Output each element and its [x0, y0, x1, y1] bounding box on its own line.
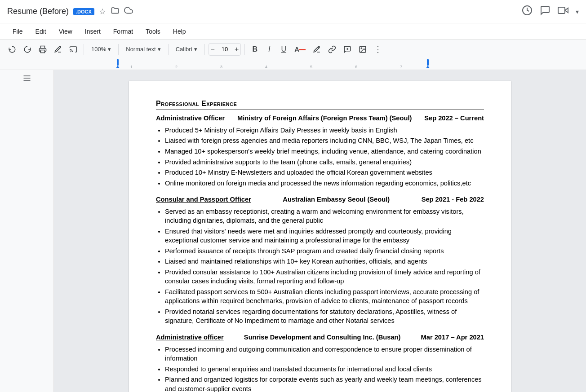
folder-icon[interactable]: [111, 6, 120, 17]
bullet-1-4: Provided administrative supports to the …: [165, 158, 484, 167]
job-row-3: Administrative officer Sunrise Developme…: [156, 333, 484, 342]
bullet-2-2: Ensured that visitors' needs were met an…: [165, 227, 484, 245]
bullet-2-4: Liaised and maintained relationships wit…: [165, 257, 484, 266]
print-button[interactable]: [36, 42, 49, 57]
docx-badge: .DOCX: [73, 8, 94, 15]
comment-icon[interactable]: [540, 5, 550, 18]
insert-image-button[interactable]: [356, 42, 369, 57]
underline-button[interactable]: U: [277, 42, 290, 57]
italic-button[interactable]: I: [263, 42, 275, 57]
bullet-list-2: Served as an embassy receptionist, creat…: [165, 207, 484, 326]
divider-5: [244, 44, 245, 55]
outline-toggle-icon[interactable]: [22, 74, 31, 85]
divider-1: [84, 44, 84, 55]
bullet-3-1: Processed incoming and outgoing communic…: [165, 345, 484, 363]
bold-button[interactable]: B: [249, 42, 261, 57]
section-header-professional-experience: Professional Experience: [156, 99, 484, 110]
font-size-input[interactable]: [217, 46, 233, 53]
zoom-select[interactable]: 100% ▾: [88, 42, 115, 57]
menu-view[interactable]: View: [53, 26, 78, 37]
professional-experience-section: Professional Experience Administrative O…: [156, 99, 484, 392]
paint-format-button[interactable]: [67, 42, 80, 57]
font-size-plus[interactable]: +: [233, 44, 240, 54]
menu-file[interactable]: File: [7, 26, 28, 37]
divider-3: [168, 44, 169, 55]
document-page[interactable]: Professional Experience Administrative O…: [129, 81, 511, 392]
font-size-control: − +: [209, 43, 241, 56]
job-entry-1: Administrative Officer Ministry of Forei…: [156, 114, 484, 188]
job-entry-2: Consular and Passport Officer Australian…: [156, 195, 484, 326]
job-company-3: Sunrise Development and Consulting Inc. …: [244, 333, 401, 342]
star-icon[interactable]: ☆: [99, 7, 106, 17]
bullet-2-6: Facilitated passport services to 500+ Au…: [165, 287, 484, 306]
divider-4: [204, 44, 205, 55]
job-title-3: Administrative officer: [156, 333, 224, 342]
left-panel: [0, 70, 54, 392]
title-left: Resume (Before) .DOCX ☆: [7, 6, 133, 17]
svg-text:1: 1: [130, 65, 133, 69]
svg-text:3: 3: [220, 65, 222, 69]
bullet-1-5: Produced 10+ Minstry E-Newsletters and u…: [165, 168, 484, 177]
svg-point-9: [361, 48, 362, 48]
svg-rect-2: [558, 7, 565, 13]
style-select[interactable]: Normal text ▾: [122, 42, 164, 57]
job-company-2: Australian Embassy Seoul (Seoul): [283, 195, 390, 204]
link-button[interactable]: [325, 42, 339, 57]
bullet-list-3: Processed incoming and outgoing communic…: [165, 345, 484, 392]
bullet-2-7: Provided notarial services regarding doc…: [165, 307, 484, 326]
highlight-button[interactable]: [310, 42, 324, 57]
spell-check-button[interactable]: [51, 42, 65, 57]
font-arrow: ▾: [194, 46, 197, 53]
style-arrow: ▾: [158, 46, 161, 53]
menu-format[interactable]: Format: [108, 26, 138, 37]
svg-marker-20: [426, 66, 430, 68]
svg-line-5: [318, 47, 319, 48]
video-icon[interactable]: [558, 5, 568, 18]
svg-rect-19: [427, 59, 429, 66]
svg-text:4: 4: [265, 65, 267, 69]
font-select[interactable]: Calibri ▾: [172, 42, 201, 57]
menu-edit[interactable]: Edit: [30, 26, 52, 37]
bullet-3-2: Responded to general enquiries and trans…: [165, 365, 484, 374]
ruler-content: 1 2 3 4 5 6 7: [54, 59, 586, 70]
video-dropdown[interactable]: ▾: [576, 8, 579, 15]
job-dates-2: Sep 2021 - Feb 2022: [422, 195, 484, 204]
section-heading-text: Professional Experience: [156, 100, 237, 107]
font-size-minus[interactable]: −: [209, 44, 217, 54]
svg-marker-1: [565, 8, 568, 13]
bullet-list-1: Produced 5+ Ministry of Foreign Affairs …: [165, 126, 484, 188]
editor-container: Professional Experience Administrative O…: [0, 70, 586, 392]
bullet-1-2: Liaised with foreign press agencies and …: [165, 136, 484, 145]
job-company-1: Ministry of Foreign Affairs (Foreign Pre…: [237, 114, 412, 123]
svg-text:7: 7: [400, 65, 402, 69]
svg-marker-18: [116, 66, 120, 68]
ruler: 1 2 3 4 5 6 7: [0, 59, 586, 70]
menu-help[interactable]: Help: [168, 26, 191, 37]
job-row-1: Administrative Officer Ministry of Forei…: [156, 114, 484, 123]
menu-insert[interactable]: Insert: [80, 26, 106, 37]
job-title-1: Administrative Officer: [156, 114, 225, 123]
redo-button[interactable]: [21, 42, 34, 57]
title-bar: Resume (Before) .DOCX ☆ ▾: [0, 0, 586, 23]
history-icon[interactable]: [522, 5, 533, 18]
title-right: ▾: [522, 5, 579, 18]
add-comment-button[interactable]: [341, 42, 354, 57]
undo-button[interactable]: [5, 42, 19, 57]
zoom-value: 100%: [91, 46, 106, 53]
doc-title: Resume (Before): [7, 7, 69, 16]
font-color-button[interactable]: A: [292, 42, 308, 57]
job-dates-3: Mar 2017 – Apr 2021: [421, 333, 484, 342]
svg-rect-17: [117, 59, 119, 66]
style-value: Normal text: [126, 46, 155, 53]
svg-text:5: 5: [310, 65, 312, 69]
bullet-2-5: Provided consular assistance to 100+ Aus…: [165, 268, 484, 286]
toolbar: 100% ▾ Normal text ▾ Calibri ▾ − + B I U…: [0, 40, 586, 59]
svg-rect-3: [41, 50, 45, 53]
svg-text:2: 2: [175, 65, 178, 69]
cloud-icon[interactable]: [124, 6, 133, 17]
bullet-1-3: Managed 10+ spokesperson's weekly brief …: [165, 147, 484, 156]
menu-bar: File Edit View Insert Format Tools Help: [0, 23, 586, 40]
more-options-button[interactable]: ⋮: [371, 42, 385, 57]
zoom-arrow: ▾: [108, 46, 111, 53]
menu-tools[interactable]: Tools: [140, 26, 166, 37]
